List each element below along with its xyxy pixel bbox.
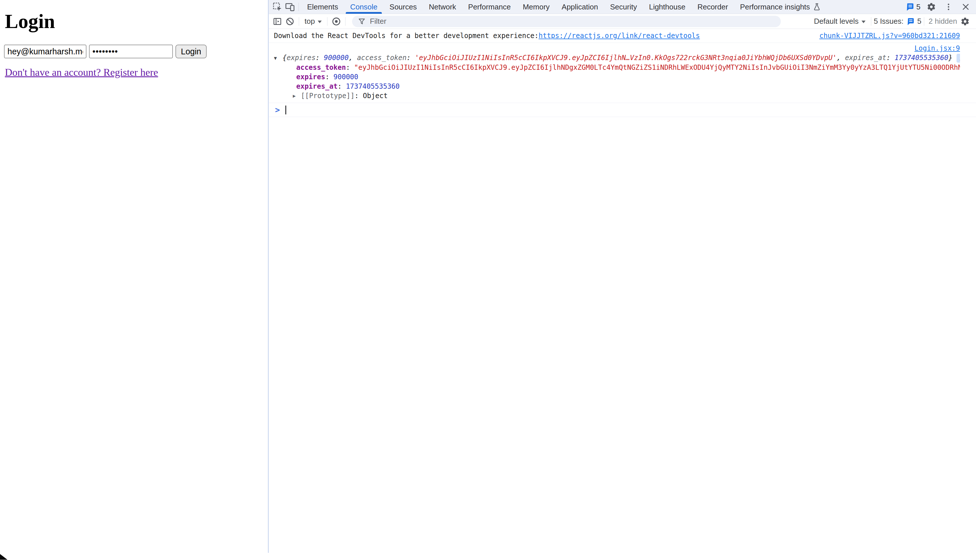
- toolbar-separator: [871, 17, 871, 26]
- tab-elements[interactable]: Elements: [301, 0, 344, 14]
- filter-box: [352, 16, 781, 27]
- toolbar-separator: [299, 17, 299, 26]
- toolbar-right-controls: Default levels 5 Issues: 5 2 hidden: [811, 17, 971, 26]
- log-levels-selector[interactable]: Default levels: [811, 17, 868, 26]
- tab-performance[interactable]: Performance: [462, 0, 517, 14]
- issues-counter[interactable]: 5 Issues: 5: [874, 17, 922, 26]
- tab-network[interactable]: Network: [423, 0, 462, 14]
- chevron-down-icon: [318, 21, 322, 23]
- message-text: Download the React DevTools for a better…: [274, 32, 539, 40]
- message-count: 5: [916, 3, 921, 12]
- devtools-tabbar: Elements Console Sources Network Perform…: [269, 0, 976, 14]
- console-sidebar-icon[interactable]: [271, 17, 284, 26]
- more-options-icon[interactable]: [942, 3, 955, 11]
- console-toolbar: top Default levels 5 Issues:: [269, 14, 976, 29]
- text-cursor: [285, 105, 286, 114]
- prototype-row: ▶[[Prototype]]: Object: [274, 91, 960, 101]
- inspect-element-icon[interactable]: [271, 0, 284, 14]
- tab-performance-insights[interactable]: Performance insights: [734, 0, 827, 14]
- toolbar-separator: [345, 17, 346, 26]
- context-selector[interactable]: top: [302, 17, 324, 26]
- object-preview-line: ▼{expires: 900000, access_token: 'eyJhbG…: [274, 53, 960, 63]
- live-expression-eye-icon[interactable]: [330, 17, 343, 26]
- flask-icon: [813, 3, 821, 11]
- clear-console-icon[interactable]: [284, 17, 296, 26]
- expand-arrow-icon[interactable]: ▶: [293, 91, 301, 101]
- console-message-object-log: Login.jsx:9 ▼{expires: 900000, access_to…: [269, 43, 976, 103]
- tab-memory[interactable]: Memory: [516, 0, 556, 14]
- email-field[interactable]: [4, 45, 87, 58]
- react-devtools-link[interactable]: https://reactjs.org/link/react-devtools: [539, 32, 700, 40]
- register-link[interactable]: Don't have an account? Register here: [5, 67, 158, 78]
- hidden-messages-count[interactable]: 2 hidden: [927, 17, 959, 26]
- tab-sources[interactable]: Sources: [384, 0, 423, 14]
- collapse-arrow-icon[interactable]: ▼: [274, 53, 282, 63]
- login-button[interactable]: Login: [175, 45, 207, 58]
- mouse-cursor: [0, 554, 8, 560]
- tabbar-right-controls: 5: [905, 0, 972, 14]
- issues-bubble-icon: [906, 17, 915, 26]
- console-settings-gear-icon[interactable]: [959, 17, 971, 26]
- close-devtools-icon[interactable]: [959, 3, 972, 11]
- login-form: Login: [4, 45, 207, 58]
- chevron-down-icon: [862, 21, 866, 23]
- page-title: Login: [5, 10, 55, 32]
- source-link[interactable]: chunk-VIJJTZRL.js?v=960bd321:21609: [819, 32, 960, 40]
- prompt-chevron-icon: >: [275, 105, 280, 115]
- tab-console[interactable]: Console: [344, 0, 383, 14]
- tab-lighthouse[interactable]: Lighthouse: [643, 0, 691, 14]
- tab-security[interactable]: Security: [604, 0, 643, 14]
- password-field[interactable]: [89, 45, 173, 58]
- tab-recorder[interactable]: Recorder: [692, 0, 734, 14]
- filter-input[interactable]: [369, 17, 775, 26]
- source-link[interactable]: Login.jsx:9: [914, 44, 960, 52]
- devtools-panel: Elements Console Sources Network Perform…: [269, 0, 976, 560]
- toolbar-separator: [327, 17, 328, 26]
- device-toolbar-icon[interactable]: [284, 0, 296, 14]
- object-property-row: expires_at: 1737405535360: [274, 82, 960, 91]
- console-message-react-devtools: Download the React DevTools for a better…: [269, 29, 976, 43]
- message-bubble-icon: [905, 2, 914, 12]
- info-icon[interactable]: i: [956, 54, 960, 63]
- console-messages-badge[interactable]: 5: [905, 2, 921, 12]
- console-output[interactable]: Download the React DevTools for a better…: [269, 29, 976, 560]
- object-property-row: expires: 900000: [274, 72, 960, 82]
- object-property-row: access_token: "eyJhbGciOiJIUzI1NiIsInR5c…: [274, 63, 960, 72]
- funnel-icon: [358, 17, 366, 25]
- console-prompt[interactable]: >: [269, 103, 976, 117]
- settings-gear-icon[interactable]: [925, 2, 938, 12]
- login-page: Login Login Don't have an account? Regis…: [0, 0, 268, 560]
- tab-application[interactable]: Application: [556, 0, 604, 14]
